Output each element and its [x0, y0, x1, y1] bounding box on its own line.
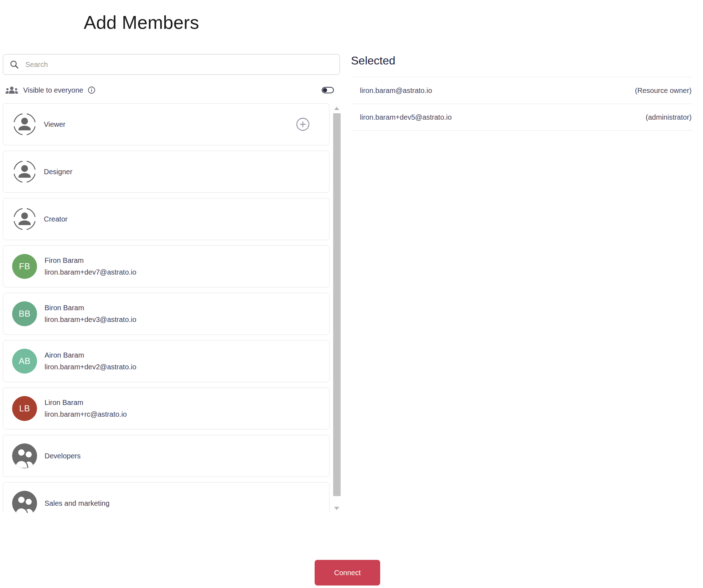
selected-member-role: (Resource owner): [635, 87, 692, 95]
list-item-role-creator[interactable]: Creator: [3, 198, 330, 240]
list-item-user[interactable]: FB Firon Baram liron.baram+dev7@astrato.…: [3, 245, 330, 287]
user-name: Liron Baram: [45, 398, 127, 407]
list-item-user[interactable]: BB Biron Baram liron.baram+dev3@astrato.…: [3, 293, 330, 335]
list-item-role-viewer[interactable]: Viewer: [3, 103, 330, 145]
info-icon[interactable]: [88, 86, 95, 94]
scrollbar-thumb[interactable]: [333, 113, 341, 496]
user-email: liron.baram+dev7@astrato.io: [45, 267, 136, 277]
list-item-label: Viewer: [44, 120, 66, 129]
connect-button[interactable]: Connect: [315, 560, 380, 586]
selected-member-role: (administrator): [646, 113, 692, 121]
selected-member-row: liron.baram+dev5@astrato.io (administrat…: [351, 104, 692, 131]
list-item-label: Designer: [44, 168, 72, 176]
user-name: Airon Baram: [45, 350, 136, 360]
avatar: LB: [12, 396, 37, 421]
list-item-group[interactable]: Sales and marketing: [3, 482, 330, 513]
avatar: AB: [12, 349, 37, 374]
list-item-user[interactable]: LB Liron Baram liron.baram+rc@astrato.io: [3, 387, 330, 430]
scroll-up-arrow-icon[interactable]: [334, 107, 339, 110]
user-email: liron.baram+rc@astrato.io: [45, 410, 127, 419]
user-email: liron.baram+dev3@astrato.io: [45, 315, 136, 324]
list-item-user[interactable]: AB Airon Baram liron.baram+dev2@astrato.…: [3, 340, 330, 382]
toggle-knob: [323, 88, 327, 92]
visibility-label: Visible to everyone: [23, 86, 83, 94]
search-icon: [10, 60, 19, 69]
avatar: BB: [12, 301, 37, 326]
list-item-role-designer[interactable]: Designer: [3, 151, 330, 193]
visibility-row: Visible to everyone: [5, 84, 340, 96]
members-list: Viewer Designer: [3, 103, 341, 513]
add-members-dialog: Add Members Visible to everyone: [0, 0, 703, 588]
scroll-down-arrow-icon[interactable]: [334, 507, 339, 510]
add-member-button[interactable]: [296, 118, 310, 131]
selected-title: Selected: [351, 53, 692, 77]
page-title: Add Members: [84, 11, 199, 34]
group-avatar-icon: [12, 491, 37, 513]
selected-member-row: liron.baram@astrato.io (Resource owner): [351, 77, 692, 104]
list-item-label: Sales and marketing: [45, 499, 109, 508]
selected-member-email: liron.baram@astrato.io: [360, 87, 432, 95]
search-input[interactable]: [25, 60, 333, 69]
visibility-toggle[interactable]: [322, 87, 334, 93]
avatar: FB: [12, 254, 37, 279]
selected-member-email: liron.baram+dev5@astrato.io: [360, 113, 452, 121]
selected-panel: Selected liron.baram@astrato.io (Resourc…: [351, 53, 692, 131]
group-avatar-icon: [12, 443, 37, 468]
role-avatar-icon: [13, 207, 36, 231]
role-avatar-icon: [13, 113, 36, 136]
list-item-group[interactable]: Developers: [3, 435, 330, 477]
scrollbar[interactable]: [333, 104, 341, 512]
list-item-label: Developers: [45, 452, 81, 460]
user-email: liron.baram+dev2@astrato.io: [45, 362, 136, 372]
groups-icon: [5, 85, 18, 95]
plus-circle-icon: [296, 118, 310, 131]
user-name: Biron Baram: [45, 303, 136, 313]
role-avatar-icon: [13, 160, 36, 183]
search-box: [3, 54, 340, 75]
list-item-label: Creator: [44, 215, 68, 223]
selected-list: liron.baram@astrato.io (Resource owner) …: [351, 77, 692, 131]
user-name: Firon Baram: [45, 256, 136, 265]
